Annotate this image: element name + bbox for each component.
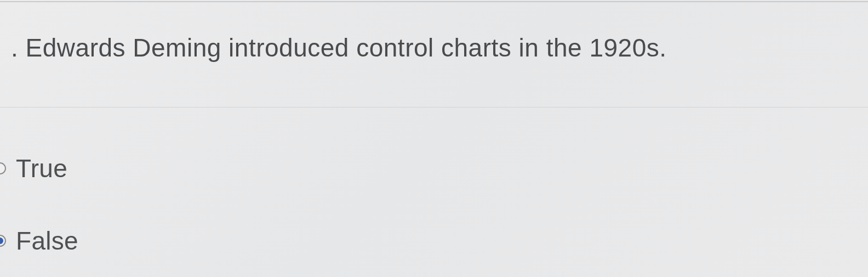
section-divider: [0, 107, 868, 108]
radio-icon[interactable]: [0, 162, 6, 174]
options-group: True False: [0, 154, 78, 277]
option-false[interactable]: False: [0, 226, 78, 256]
top-divider: [0, 1, 868, 2]
quiz-question-panel: . Edwards Deming introduced control char…: [0, 0, 868, 277]
question-text: . Edwards Deming introduced control char…: [11, 33, 868, 63]
option-true[interactable]: True: [0, 154, 78, 183]
option-label-false: False: [16, 226, 78, 256]
radio-icon[interactable]: [0, 235, 6, 247]
option-label-true: True: [16, 154, 67, 183]
question-block: . Edwards Deming introduced control char…: [0, 0, 868, 63]
